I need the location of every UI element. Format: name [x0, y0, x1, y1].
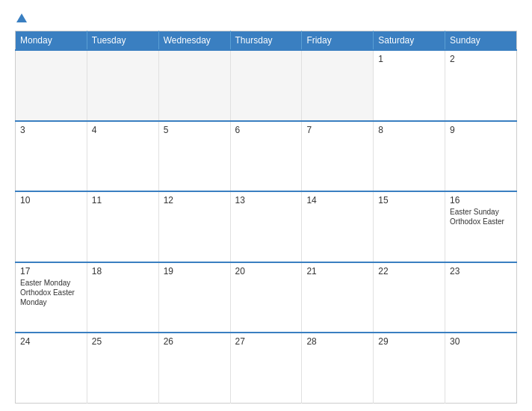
day-number: 2 [450, 54, 512, 64]
day-number: 21 [306, 266, 368, 276]
day-number: 13 [235, 195, 297, 206]
day-number: 14 [306, 195, 368, 206]
day-number: 1 [378, 54, 440, 64]
calendar-event: Orthodox Easter [450, 217, 512, 226]
day-number: 3 [20, 125, 82, 135]
day-number: 26 [164, 336, 226, 347]
calendar-cell: 12 [158, 191, 230, 262]
calendar-cell: 2 [445, 50, 517, 121]
day-number: 5 [164, 125, 226, 135]
weekday-header-wednesday: Wednesday [158, 31, 230, 51]
calendar-cell: 1 [374, 50, 445, 121]
calendar-cell: 30 [445, 333, 517, 404]
calendar-cell [302, 50, 374, 121]
calendar-cell: 4 [87, 121, 158, 192]
logo-triangle-icon [16, 13, 27, 22]
calendar-event: Easter Sunday [450, 207, 512, 217]
calendar-cell: 11 [87, 191, 158, 262]
calendar-cell: 15 [374, 191, 445, 262]
calendar-cell: 25 [87, 333, 158, 404]
calendar-cell [87, 50, 158, 121]
day-number: 7 [306, 125, 368, 135]
calendar-page: MondayTuesdayWednesdayThursdayFridaySatu… [0, 0, 532, 411]
calendar-cell: 9 [445, 121, 517, 192]
calendar-table: MondayTuesdayWednesdayThursdayFridaySatu… [15, 31, 517, 404]
day-number: 9 [450, 125, 512, 135]
calendar-cell: 22 [374, 262, 445, 333]
day-number: 19 [164, 266, 226, 276]
weekday-header-thursday: Thursday [230, 31, 302, 51]
calendar-event: Orthodox Easter Monday [20, 288, 82, 307]
calendar-cell: 6 [230, 121, 302, 192]
calendar-cell [230, 50, 302, 121]
day-number: 18 [92, 266, 154, 276]
calendar-cell: 18 [87, 262, 158, 333]
calendar-cell: 13 [230, 191, 302, 262]
day-number: 10 [20, 195, 82, 206]
week-row-5: 24252627282930 [16, 333, 517, 404]
week-row-4: 17Easter MondayOrthodox Easter Monday181… [16, 262, 517, 333]
weekday-header-friday: Friday [302, 31, 374, 51]
day-number: 24 [20, 336, 82, 347]
day-number: 11 [92, 195, 154, 206]
day-number: 23 [450, 266, 512, 276]
header [15, 13, 517, 23]
calendar-cell: 19 [158, 262, 230, 333]
day-number: 28 [306, 336, 368, 347]
calendar-cell: 28 [302, 333, 374, 404]
day-number: 29 [378, 336, 440, 347]
weekday-header-monday: Monday [16, 31, 87, 51]
calendar-cell: 23 [445, 262, 517, 333]
day-number: 15 [378, 195, 440, 206]
day-number: 30 [450, 336, 512, 347]
calendar-cell [16, 50, 87, 121]
week-row-1: 12 [16, 50, 517, 121]
day-number: 16 [450, 195, 512, 206]
calendar-cell [158, 50, 230, 121]
weekday-header-sunday: Sunday [445, 31, 517, 51]
day-number: 20 [235, 266, 297, 276]
calendar-event: Easter Monday [20, 278, 82, 288]
calendar-cell: 16Easter SundayOrthodox Easter [445, 191, 517, 262]
day-number: 17 [20, 266, 82, 276]
calendar-cell: 21 [302, 262, 374, 333]
day-number: 25 [92, 336, 154, 347]
calendar-cell: 3 [16, 121, 87, 192]
calendar-cell: 7 [302, 121, 374, 192]
week-row-2: 3456789 [16, 121, 517, 192]
day-number: 6 [235, 125, 297, 135]
weekday-header-row: MondayTuesdayWednesdayThursdayFridaySatu… [16, 31, 517, 51]
calendar-cell: 14 [302, 191, 374, 262]
week-row-3: 10111213141516Easter SundayOrthodox East… [16, 191, 517, 262]
day-number: 27 [235, 336, 297, 347]
day-number: 12 [164, 195, 226, 206]
calendar-cell: 5 [158, 121, 230, 192]
day-number: 8 [378, 125, 440, 135]
calendar-cell: 8 [374, 121, 445, 192]
calendar-cell: 26 [158, 333, 230, 404]
calendar-cell: 17Easter MondayOrthodox Easter Monday [16, 262, 87, 333]
day-number: 22 [378, 266, 440, 276]
calendar-cell: 10 [16, 191, 87, 262]
calendar-cell: 20 [230, 262, 302, 333]
weekday-header-saturday: Saturday [374, 31, 445, 51]
calendar-cell: 29 [374, 333, 445, 404]
day-number: 4 [92, 125, 154, 135]
calendar-cell: 27 [230, 333, 302, 404]
weekday-header-tuesday: Tuesday [87, 31, 158, 51]
logo [15, 13, 27, 23]
calendar-cell: 24 [16, 333, 87, 404]
